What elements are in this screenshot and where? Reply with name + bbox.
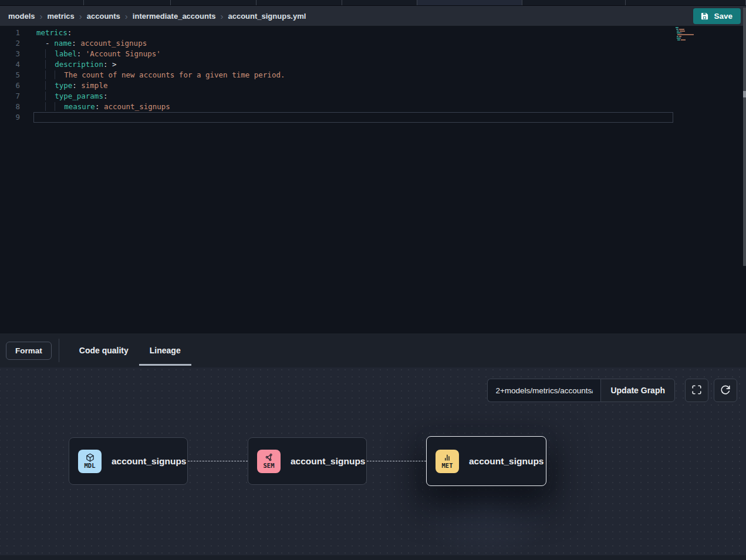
code-line[interactable]: 7 type_params: [0, 91, 746, 102]
top-tab[interactable] [417, 0, 522, 5]
top-tab[interactable] [342, 0, 417, 5]
line-number: 4 [0, 59, 20, 70]
line-number: 1 [0, 28, 20, 38]
code-line[interactable]: 6 type: simple [0, 80, 746, 91]
breadcrumb-item[interactable]: metrics [48, 12, 75, 21]
node-type-badge: SEM [257, 450, 281, 473]
breadcrumb-separator-icon: › [125, 12, 128, 21]
node-type-badge: MET [436, 450, 459, 473]
ide-window: models›metrics›accounts›intermediate_acc… [0, 0, 746, 560]
refresh-graph-button[interactable] [714, 379, 737, 402]
fullscreen-icon [691, 384, 702, 397]
code-editor[interactable]: 1metrics:2 - name: account_signups3 labe… [0, 26, 746, 333]
model-cube-icon [86, 453, 94, 463]
bottom-panel-header: Format Code quality Lineage [0, 333, 746, 367]
node-type-label: SEM [264, 463, 275, 469]
canvas-bottom-strip [0, 555, 746, 560]
top-tab[interactable] [0, 0, 84, 5]
node-type-badge: MDL [78, 450, 102, 473]
top-tab[interactable] [84, 0, 171, 5]
lineage-selector-input[interactable] [487, 379, 600, 402]
top-tab[interactable] [171, 0, 256, 5]
save-icon [700, 12, 709, 21]
tab-code-quality[interactable]: Code quality [69, 333, 139, 367]
node-type-label: MET [442, 463, 453, 469]
line-number: 5 [0, 70, 20, 80]
breadcrumb-bar: models›metrics›accounts›intermediate_acc… [0, 6, 746, 26]
update-graph-button[interactable]: Update Graph [600, 379, 675, 402]
node-label: account_signups [291, 456, 365, 467]
line-number: 7 [0, 91, 20, 102]
code-line[interactable]: 3 label: 'Account Signups' [0, 49, 746, 59]
format-button[interactable]: Format [6, 342, 52, 360]
save-button-label: Save [714, 12, 733, 21]
header-divider [59, 339, 59, 362]
lineage-edge [367, 461, 426, 461]
line-number: 8 [0, 102, 20, 112]
lineage-node-mdl[interactable]: MDLaccount_signups [69, 437, 188, 485]
bottom-panel: Format Code quality Lineage Update Graph [0, 333, 746, 560]
breadcrumb-separator-icon: › [40, 12, 43, 21]
top-tab[interactable] [256, 0, 342, 5]
page-scrollbar[interactable] [743, 8, 746, 266]
code-line[interactable]: 1metrics: [0, 28, 746, 38]
breadcrumb-item[interactable]: intermediate_accounts [133, 12, 216, 21]
fullscreen-button[interactable] [685, 379, 708, 402]
top-tab-strip [0, 0, 746, 6]
tab-lineage[interactable]: Lineage [139, 333, 191, 367]
lineage-edge [188, 461, 248, 461]
line-number: 9 [0, 112, 20, 123]
minimap[interactable] [676, 27, 713, 43]
semantic-model-icon [265, 453, 274, 463]
node-type-label: MDL [85, 463, 96, 469]
line-number: 6 [0, 80, 20, 91]
lineage-canvas[interactable]: Update Graph [0, 367, 746, 560]
lineage-node-sem[interactable]: SEMaccount_signups [248, 437, 367, 485]
lineage-node-met[interactable]: METaccount_signups [426, 436, 546, 486]
selector-group: Update Graph [487, 379, 675, 402]
code-line[interactable]: 5 The count of new accounts for a given … [0, 70, 746, 80]
line-number: 3 [0, 49, 20, 59]
top-tab[interactable] [626, 0, 746, 5]
breadcrumb: models›metrics›accounts›intermediate_acc… [8, 12, 306, 21]
breadcrumb-item[interactable]: account_signups.yml [228, 12, 306, 21]
code-line[interactable]: 8 measure: account_signups [0, 102, 746, 112]
graph-controls: Update Graph [487, 379, 737, 402]
breadcrumb-separator-icon: › [79, 12, 82, 21]
breadcrumb-separator-icon: › [220, 12, 223, 21]
save-button[interactable]: Save [693, 8, 741, 24]
breadcrumb-item[interactable]: accounts [87, 12, 120, 21]
node-label: account_signups [112, 456, 186, 467]
breadcrumb-item[interactable]: models [8, 12, 35, 21]
scrollbar-thumb[interactable] [743, 91, 746, 97]
line-number: 2 [0, 38, 20, 49]
code-line[interactable]: 4 description: > [0, 59, 746, 70]
node-label: account_signups [469, 456, 544, 467]
code-line[interactable]: 2 - name: account_signups [0, 38, 746, 49]
code-line[interactable]: 9 [0, 112, 746, 123]
top-tab[interactable] [522, 0, 626, 5]
refresh-icon [720, 384, 731, 397]
metric-chart-icon [443, 453, 452, 463]
code-lines: 1metrics:2 - name: account_signups3 labe… [0, 28, 746, 123]
